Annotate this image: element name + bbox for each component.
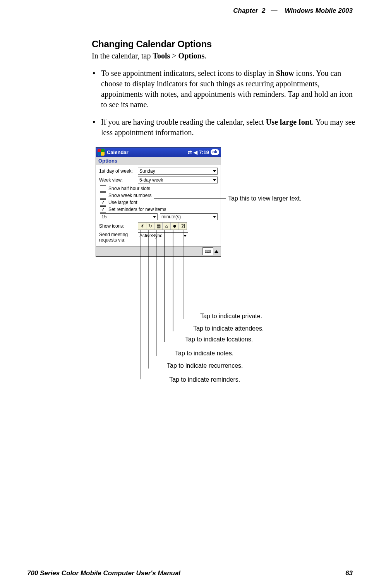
show-icons-label: Show icons: — [99, 223, 138, 229]
sip-chevron-icon[interactable] — [214, 250, 218, 253]
page-footer: 700 Series Color Mobile Computer User's … — [27, 569, 353, 577]
reminder-icon[interactable]: ☀ — [138, 223, 146, 230]
show-icons-toolbar: ☀ ↻ ▤ ⌂ ☻ ⚿ — [138, 222, 187, 230]
ok-button[interactable]: ok — [211, 149, 219, 155]
bullet-item: If you are having trouble reading the ca… — [92, 117, 359, 138]
content: Changing Calendar Options In the calenda… — [92, 39, 359, 138]
app-title: Calendar — [107, 149, 129, 155]
start-icon[interactable] — [98, 149, 105, 156]
running-head: Chapter 2 — Windows Mobile 2003 — [27, 7, 353, 15]
first-day-select[interactable]: Sunday — [138, 168, 218, 175]
first-day-label: 1st day of week: — [99, 168, 138, 174]
options-panel: 1st day of week: Sunday Week view: 5-day… — [96, 165, 221, 246]
callout-attendees: Tap to indicate attendees. — [193, 325, 264, 332]
page: Chapter 2 — Windows Mobile 2003 Changing… — [0, 0, 374, 588]
send-via-label: Send meeting requests via: — [99, 232, 138, 243]
chevron-down-icon — [184, 235, 187, 237]
callout-notes: Tap to indicate notes. — [175, 350, 233, 357]
large-font-label: Use large font — [108, 200, 137, 205]
week-numbers-checkbox[interactable] — [100, 192, 106, 199]
week-numbers-label: Show week numbers — [108, 193, 151, 198]
half-hour-checkbox[interactable] — [100, 185, 106, 192]
attendees-icon[interactable]: ☻ — [171, 223, 179, 230]
chevron-down-icon — [213, 216, 216, 218]
week-view-select[interactable]: 5-day week — [138, 177, 218, 183]
callout-large-font: Tap this to view larger text. — [228, 195, 301, 202]
bold-tools: Tools — [153, 51, 170, 60]
command-bar: ⌨ — [96, 246, 221, 256]
chevron-down-icon — [213, 170, 216, 172]
chapter-number: 2 — [262, 7, 265, 14]
header-product: Windows Mobile 2003 — [285, 7, 353, 14]
bullet-list: To see appointment indicators, select ic… — [92, 68, 359, 138]
device-screenshot: Calendar ⇄ ◀ 7:19 ok Options 1st day of … — [96, 147, 221, 257]
volume-icon[interactable]: ◀ — [194, 149, 197, 155]
chevron-down-icon — [213, 179, 216, 181]
callout-reminders: Tap to indicate reminders. — [169, 376, 240, 383]
bullet-item: To see appointment indicators, select ic… — [92, 68, 359, 110]
connectivity-icon[interactable]: ⇄ — [188, 149, 192, 155]
reminder-number-select[interactable]: 15 — [100, 213, 158, 220]
page-number: 63 — [345, 569, 353, 577]
titlebar: Calendar ⇄ ◀ 7:19 ok — [96, 147, 221, 157]
location-icon[interactable]: ⌂ — [163, 223, 171, 230]
menubar: Options — [96, 157, 221, 165]
recurrence-icon[interactable]: ↻ — [146, 223, 154, 230]
set-reminders-checkbox[interactable] — [100, 206, 106, 213]
manual-title: 700 Series Color Mobile Computer User's … — [27, 569, 180, 577]
options-tab[interactable]: Options — [98, 158, 117, 164]
chevron-down-icon — [153, 216, 156, 218]
section-heading: Changing Calendar Options — [92, 39, 359, 50]
week-view-label: Week view: — [99, 177, 138, 183]
notes-icon[interactable]: ▤ — [154, 223, 163, 230]
half-hour-label: Show half hour slots — [108, 186, 150, 191]
large-font-checkbox[interactable] — [100, 199, 106, 206]
callout-recurrences: Tap to indicate recurrences. — [167, 362, 243, 369]
set-reminders-label: Set reminders for new items — [108, 207, 166, 212]
bold-options: Options — [178, 51, 205, 60]
keyboard-icon[interactable]: ⌨ — [202, 247, 213, 255]
private-icon[interactable]: ⚿ — [179, 223, 187, 230]
clock-text[interactable]: 7:19 — [199, 149, 209, 155]
send-via-select[interactable]: ActiveSync — [138, 232, 188, 239]
callout-private: Tap to indicate private. — [200, 313, 262, 320]
chapter-label: Chapter — [233, 7, 258, 14]
intro-text: In the calendar, tap Tools > Options. — [92, 51, 359, 61]
reminder-unit-select[interactable]: minute(s) — [160, 213, 218, 220]
callout-locations: Tap to indicate locations. — [185, 336, 253, 343]
header-dash: — — [271, 7, 278, 14]
